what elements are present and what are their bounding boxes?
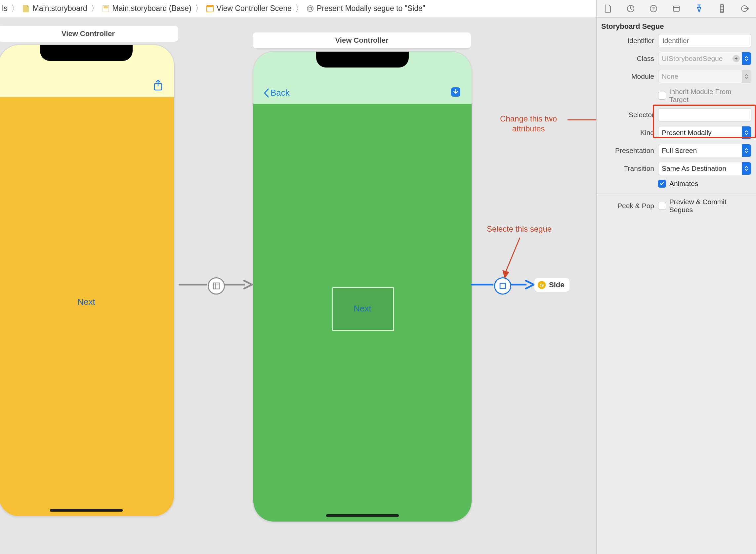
vc1-next-label: Next <box>77 297 95 307</box>
annotation-line: Selecte this segue <box>487 224 552 233</box>
selector-field[interactable] <box>658 108 751 121</box>
home-indicator-icon <box>50 509 123 512</box>
scene-icon <box>206 5 214 13</box>
module-select[interactable]: None <box>658 70 751 83</box>
tab-size-inspector[interactable] <box>717 4 727 13</box>
side-chip-label: Side <box>549 281 564 289</box>
segue-node-2-selected[interactable] <box>494 277 511 294</box>
storyboard-canvas[interactable]: View Controller Next View Controller Bac… <box>0 17 596 554</box>
back-button[interactable]: Back <box>263 88 290 98</box>
vc2-title: View Controller <box>335 36 389 45</box>
chevron-updown-icon[interactable] <box>742 162 751 175</box>
preview-commit-checkbox[interactable] <box>658 202 666 210</box>
chevron-right-icon: 〉 <box>10 3 20 14</box>
chevron-updown-icon[interactable] <box>742 144 751 157</box>
animates-checkbox[interactable] <box>658 180 666 188</box>
module-value: None <box>662 72 678 80</box>
vc1-header[interactable]: View Controller <box>0 26 178 42</box>
crumb-label: Present Modally segue to "Side" <box>317 4 425 13</box>
crumb-segue[interactable]: Present Modally segue to "Side" <box>306 4 425 13</box>
presentation-select[interactable]: Full Screen <box>658 144 751 157</box>
crumb-file[interactable]: Main.storyboard 〉 <box>22 3 100 14</box>
inherit-module-row[interactable]: Inherit Module From Target <box>658 88 751 104</box>
svg-rect-5 <box>309 7 312 10</box>
preview-commit-label: Preview & Commit Segues <box>669 198 751 214</box>
vc1-title: View Controller <box>62 30 115 38</box>
notch-icon <box>316 52 409 67</box>
vc2-next-button[interactable]: Next <box>354 303 371 314</box>
segue-icon <box>306 5 314 13</box>
annotation-select-segue: Selecte this segue <box>487 224 552 234</box>
tab-help-inspector[interactable]: ? <box>648 4 658 13</box>
kind-select[interactable]: Present Modally <box>658 126 751 139</box>
vc1-phone[interactable]: Next <box>0 44 175 517</box>
vc2-body: Next <box>253 104 471 521</box>
vc1-next-button[interactable]: Next <box>77 297 95 307</box>
share-icon[interactable] <box>152 79 164 91</box>
class-select[interactable]: UIStoryboardSegue + <box>658 52 751 65</box>
label-identifier: Identifier <box>601 37 654 45</box>
chevron-right-icon: 〉 <box>194 3 204 14</box>
animates-label: Animates <box>669 180 698 188</box>
transition-select[interactable]: Same As Destination <box>658 162 751 175</box>
vc2-next-label: Next <box>354 303 371 314</box>
identifier-field[interactable] <box>658 34 751 47</box>
notch-icon <box>40 45 133 61</box>
crumb-label: ls <box>2 4 8 13</box>
label-kind: Kind <box>601 129 654 137</box>
animates-row[interactable]: Animates <box>658 180 751 188</box>
tab-connections-inspector[interactable] <box>740 4 749 13</box>
svg-rect-1 <box>104 6 108 8</box>
label-module: Module <box>601 72 654 80</box>
vc1-body: Next <box>0 97 174 516</box>
vc2-phone[interactable]: Back Next <box>253 51 472 522</box>
side-vc-chip[interactable]: ◎ Side <box>534 278 569 292</box>
crumb-scene[interactable]: View Controller Scene 〉 <box>206 3 304 14</box>
tab-history-inspector[interactable] <box>626 4 636 13</box>
section-title: Storyboard Segue <box>596 17 756 34</box>
label-peekpop: Peek & Pop <box>601 202 654 210</box>
tab-attributes-inspector[interactable] <box>694 4 704 13</box>
kind-value: Present Modally <box>662 129 712 137</box>
svg-text:?: ? <box>652 6 655 11</box>
attributes-inspector: ? Storyboard Segue Identifier Class UISt… <box>596 0 756 554</box>
segue-form: Identifier Class UIStoryboardSegue + Mod… <box>596 34 756 193</box>
breadcrumb[interactable]: ls 〉 Main.storyboard 〉 Main.storyboard (… <box>0 3 681 14</box>
segue-node-1[interactable] <box>208 277 225 294</box>
presentation-value: Full Screen <box>662 147 697 155</box>
home-indicator-icon <box>326 514 399 517</box>
divider <box>596 193 756 194</box>
svg-rect-3 <box>207 5 213 7</box>
svg-rect-13 <box>673 6 679 11</box>
svg-line-25 <box>505 238 520 273</box>
preview-commit-row[interactable]: Preview & Commit Segues <box>658 198 751 214</box>
svg-point-4 <box>307 6 313 12</box>
inherit-module-label: Inherit Module From Target <box>669 88 751 104</box>
vc2-header[interactable]: View Controller <box>253 33 471 48</box>
download-icon[interactable] <box>450 86 462 98</box>
inherit-module-checkbox[interactable] <box>658 92 666 100</box>
chevron-updown-icon[interactable] <box>742 70 751 83</box>
chevron-updown-icon[interactable] <box>742 52 751 65</box>
crumb-label: Main.storyboard <box>33 4 87 13</box>
peekpop-form: Peek & Pop Preview & Commit Segues <box>596 198 756 219</box>
crumb-base[interactable]: Main.storyboard (Base) 〉 <box>102 3 204 14</box>
add-class-icon[interactable]: + <box>733 55 740 62</box>
inspector-tabs[interactable]: ? <box>596 0 756 17</box>
transition-value: Same As Destination <box>662 164 726 172</box>
label-class: Class <box>601 55 654 63</box>
selector-input[interactable] <box>662 111 748 119</box>
chevron-updown-icon[interactable] <box>742 126 751 139</box>
svg-rect-20 <box>213 283 219 289</box>
identifier-input[interactable] <box>662 37 748 45</box>
annotation-line: attributes <box>512 124 545 133</box>
annotation-line: Change this two <box>500 114 557 123</box>
crumb-label: View Controller Scene <box>216 4 292 13</box>
tab-identity-inspector[interactable] <box>671 4 681 13</box>
storyboard-base-icon <box>102 5 110 13</box>
crumb-root[interactable]: ls 〉 <box>2 3 20 14</box>
back-label: Back <box>270 88 290 98</box>
annotation-arrow-segue <box>499 236 526 282</box>
tab-file-inspector[interactable] <box>603 4 613 13</box>
vc-badge-icon: ◎ <box>538 281 546 289</box>
